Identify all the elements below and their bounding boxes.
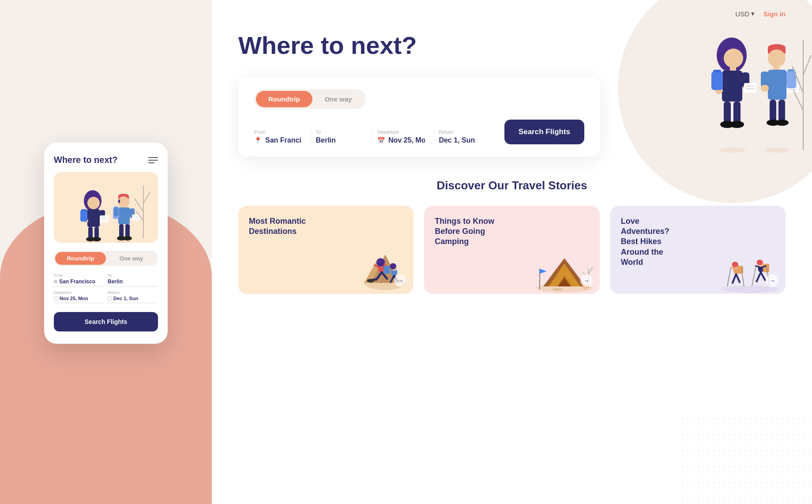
svg-rect-53 <box>724 102 731 124</box>
currency-selector[interactable]: USD ▾ <box>735 10 755 18</box>
svg-line-79 <box>793 90 803 110</box>
story-arrow-3[interactable]: → <box>766 275 778 287</box>
svg-rect-8 <box>100 215 109 222</box>
to-input[interactable] <box>316 136 363 144</box>
search-flights-button[interactable]: Search Flights <box>504 120 584 144</box>
mobile-from-label: From <box>54 273 104 278</box>
mobile-return-input[interactable]: Dec 1, Sun <box>108 296 158 303</box>
story-arrow-1[interactable]: → <box>394 275 406 287</box>
svg-line-36 <box>135 199 143 212</box>
svg-rect-28 <box>132 214 140 221</box>
search-trip-tabs: Roundtrip One way <box>254 89 366 109</box>
svg-rect-11 <box>80 210 87 222</box>
mobile-departure-value: Nov 25, Mon <box>60 296 88 301</box>
svg-rect-51 <box>711 71 723 90</box>
svg-point-111 <box>722 286 778 293</box>
hamburger-line-2 <box>148 160 158 161</box>
svg-rect-54 <box>733 102 741 124</box>
svg-point-17 <box>117 240 131 243</box>
mobile-from-input[interactable]: San Francisco <box>54 278 104 287</box>
svg-rect-32 <box>125 224 130 237</box>
mobile-search-button[interactable]: Search Flights <box>54 312 158 331</box>
mobile-tab-roundtrip[interactable]: Roundtrip <box>55 252 106 265</box>
mobile-tab-oneway[interactable]: One way <box>106 252 157 265</box>
from-input-row: 📍 <box>254 136 302 144</box>
svg-line-127 <box>761 272 765 280</box>
svg-rect-21 <box>118 199 120 203</box>
departure-calendar-icon: 📅 <box>377 137 385 144</box>
from-field-label: From <box>254 129 302 135</box>
svg-rect-3 <box>87 209 100 227</box>
return-calendar-icon <box>108 297 112 301</box>
signin-button[interactable]: Sign in <box>763 10 786 18</box>
svg-point-41 <box>724 49 743 68</box>
mobile-hero-svg <box>57 177 154 243</box>
tab-roundtrip[interactable]: Roundtrip <box>256 91 312 107</box>
svg-rect-22 <box>118 207 130 224</box>
mobile-date-fields: Departure Nov 25, Mon Return Dec 1, Sun <box>54 290 158 303</box>
hamburger-line-3 <box>148 162 154 163</box>
svg-line-107 <box>588 267 593 274</box>
mobile-to-label: To <box>108 273 158 278</box>
mobile-to-group: To Berlin <box>108 273 158 287</box>
svg-point-57 <box>764 147 789 153</box>
return-field-label: Return <box>439 129 486 135</box>
location-icon <box>54 280 57 283</box>
mobile-departure-input[interactable]: Nov 25, Mon <box>54 296 104 303</box>
story-title-2: Things to Know Before Going Camping <box>435 216 496 247</box>
svg-line-118 <box>727 267 731 286</box>
search-box: Roundtrip One way From 📍 To <box>238 77 600 157</box>
from-field-group: From 📍 <box>254 129 311 144</box>
mobile-return-group: Return Dec 1, Sun <box>108 290 158 303</box>
mobile-to-input[interactable]: Berlin <box>108 278 158 287</box>
svg-rect-48 <box>744 83 756 93</box>
svg-rect-62 <box>768 70 786 100</box>
mobile-route-fields: From San Francisco To Berlin <box>54 273 158 287</box>
search-fields-row: From 📍 To Departure 📅 <box>254 120 584 144</box>
from-location-icon: 📍 <box>254 137 262 144</box>
to-field-label: To <box>316 129 363 135</box>
svg-line-37 <box>143 192 150 203</box>
return-input-row <box>439 136 486 144</box>
from-input[interactable] <box>265 136 302 144</box>
svg-line-115 <box>733 274 736 283</box>
dot-pattern-decoration <box>680 416 812 504</box>
svg-point-95 <box>390 263 396 269</box>
story-title-3: Love Adventures? Best Hikes Around the W… <box>621 216 683 268</box>
svg-marker-104 <box>540 269 547 274</box>
story-title-1: Most Romantic Destinations <box>249 216 311 237</box>
svg-rect-43 <box>722 71 742 102</box>
mobile-departure-group: Departure Nov 25, Mon <box>54 290 104 303</box>
left-panel: Where to next? <box>0 0 212 504</box>
story-card-1[interactable]: Most Romantic Destinations <box>238 206 414 294</box>
story-card-3[interactable]: Love Adventures? Best Hikes Around the W… <box>610 206 786 294</box>
svg-rect-91 <box>383 266 390 274</box>
mobile-hero-image <box>54 172 158 243</box>
story-arrow-2[interactable]: → <box>580 275 593 287</box>
hamburger-menu-icon[interactable] <box>148 157 158 163</box>
svg-rect-125 <box>763 263 769 272</box>
story-card-2[interactable]: Things to Know Before Going Camping <box>424 206 599 294</box>
tab-oneway[interactable]: One way <box>312 91 365 107</box>
mobile-title: Where to next? <box>54 155 117 165</box>
svg-line-78 <box>803 55 811 75</box>
svg-point-39 <box>719 147 746 153</box>
mobile-header: Where to next? <box>54 155 158 165</box>
return-field-group: Return <box>434 129 495 144</box>
svg-point-108 <box>552 288 562 290</box>
web-navbar: USD ▾ Sign in <box>212 0 812 27</box>
svg-point-16 <box>92 237 101 241</box>
svg-rect-72 <box>770 100 776 122</box>
svg-point-65 <box>761 85 769 92</box>
svg-rect-12 <box>81 209 86 211</box>
stories-grid: Most Romantic Destinations <box>238 206 786 294</box>
svg-point-114 <box>732 262 738 267</box>
departure-field-label: Departure <box>377 129 425 135</box>
mobile-return-label: Return <box>108 290 158 295</box>
svg-rect-24 <box>114 207 118 208</box>
return-input[interactable] <box>439 136 486 144</box>
hamburger-line-1 <box>148 157 158 158</box>
mobile-from-group: From San Francisco <box>54 273 104 287</box>
svg-point-34 <box>123 236 132 241</box>
departure-input[interactable] <box>388 136 425 144</box>
